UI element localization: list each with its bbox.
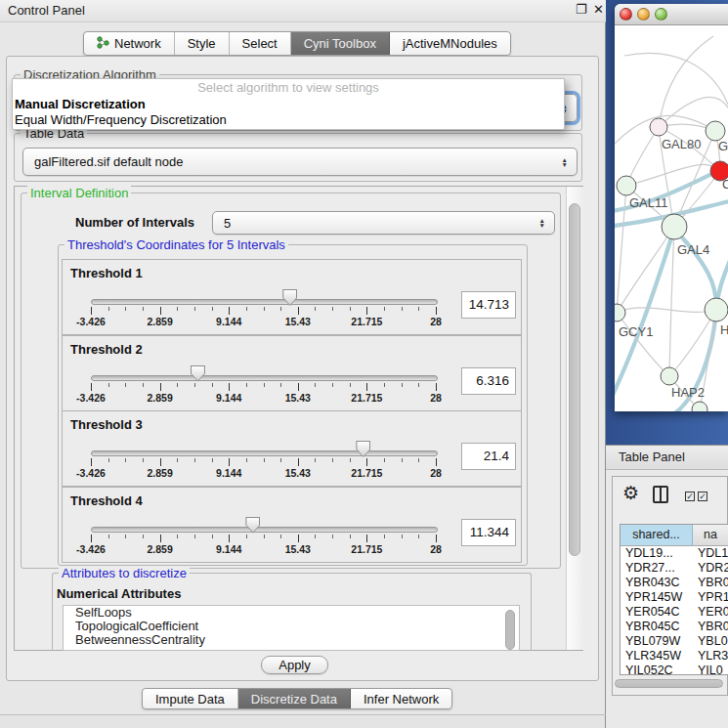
table-row[interactable]: YBR043CYBR0	[621, 576, 728, 590]
slider-tick	[143, 535, 144, 538]
threshold-value-field[interactable]: 14.713	[461, 291, 516, 319]
minimize-traffic-light-icon[interactable]	[637, 8, 650, 21]
table-row[interactable]: YPR145WYPR1	[621, 590, 728, 605]
tab-style[interactable]: Style	[175, 32, 230, 55]
node-gcy1[interactable]	[615, 304, 625, 321]
slider-tick	[298, 383, 299, 391]
zoom-traffic-light-icon[interactable]	[655, 8, 667, 21]
tab-cyni-toolbox[interactable]: Cyni Toolbox	[291, 32, 390, 55]
numerical-attributes-list[interactable]: SelfLoopsTopologicalCoefficientBetweenne…	[63, 605, 520, 651]
threshold-value-field[interactable]: 21.4	[461, 443, 516, 470]
tab-network[interactable]: Network	[84, 32, 175, 55]
slider-tick-label: 28	[411, 316, 460, 327]
slider-tick	[298, 307, 299, 315]
network-edge[interactable]	[617, 227, 674, 313]
split-columns-icon[interactable]	[653, 486, 668, 503]
table-data-value: galFiltered.sif default node	[34, 154, 183, 169]
dropdown-item-manual-discretization[interactable]: Manual Discretization	[13, 97, 564, 112]
tab-infer-network[interactable]: Infer Network	[351, 689, 451, 708]
table-row[interactable]: YBL079WYBL0	[621, 634, 728, 649]
slider-track[interactable]	[91, 299, 438, 305]
network-graph: GAL80GACGAL11GAL4GCY1HHAP2	[615, 25, 728, 411]
network-edge[interactable]	[617, 186, 626, 313]
apply-button[interactable]: Apply	[261, 656, 328, 674]
list-item-betweennesscentrality[interactable]: BetweennessCentrality	[64, 633, 519, 647]
slider-tick	[125, 458, 126, 462]
column-header-shared-name[interactable]: shared...	[621, 525, 693, 545]
slider-tick	[91, 383, 92, 391]
table-panel-titlebar: Table Panel	[606, 445, 728, 470]
horizontal-scrollbar-thumb[interactable]	[615, 679, 723, 688]
threshold-label: Threshold 3	[70, 417, 143, 432]
threshold-value-field[interactable]: 6.316	[461, 367, 516, 395]
slider-tick	[366, 307, 367, 315]
slider-tick-label: 28	[411, 543, 460, 555]
cell-shared-name: YER054C	[621, 605, 693, 620]
slider-track[interactable]	[91, 375, 438, 381]
table-row[interactable]: YIL052CYIL0	[621, 664, 728, 675]
number-of-intervals-combobox[interactable]: 5 ▲▼	[212, 211, 555, 235]
vertical-scrollbar-thumb[interactable]	[569, 203, 580, 556]
slider-tick-label: 15.43	[274, 392, 322, 404]
slider-tick	[436, 458, 437, 466]
slider-tick	[315, 458, 316, 462]
tab-label: Network	[114, 36, 161, 51]
list-scrollbar-thumb[interactable]	[505, 610, 515, 650]
node-gal4[interactable]	[662, 214, 687, 239]
network-canvas[interactable]: GAL80GACGAL11GAL4GCY1HHAP2	[615, 25, 728, 411]
cell-shared-name: YLR345W	[621, 649, 693, 664]
column-header-name[interactable]: na	[693, 525, 728, 545]
network-edge[interactable]	[674, 229, 716, 310]
tab-impute-data[interactable]: Impute Data	[143, 689, 238, 708]
node-gal80[interactable]	[650, 118, 667, 136]
algorithm-dropdown-popup: Select algorithm to view settings Manual…	[12, 78, 565, 130]
network-edge[interactable]	[659, 36, 713, 127]
table-row[interactable]: YBR045CYBR0	[621, 620, 728, 634]
node-gal11[interactable]	[617, 176, 636, 195]
table-row[interactable]: YER054CYER0	[621, 605, 728, 620]
tab-discretize-data[interactable]: Discretize Data	[238, 689, 351, 708]
slider-tick	[436, 535, 437, 542]
tab-label: jActiveMNodules	[403, 36, 497, 51]
node-bottom[interactable]	[692, 402, 707, 411]
slider-tick	[384, 535, 385, 538]
slider-tick	[160, 535, 161, 542]
tab-select[interactable]: Select	[230, 32, 291, 55]
node-ga[interactable]	[706, 121, 725, 141]
node-attribute-table[interactable]: shared... na YDL19...YDL1YDR27...YDR2YBR…	[620, 524, 728, 675]
slider-tick	[125, 535, 126, 538]
table-row[interactable]: YDL19...YDL1	[621, 546, 728, 561]
table-row[interactable]: YLR345WYLR3	[621, 649, 728, 664]
slider-track[interactable]	[91, 450, 438, 456]
close-icon[interactable]: ✕	[593, 2, 604, 17]
list-item-topologicalcoefficient[interactable]: TopologicalCoefficient	[64, 620, 519, 633]
node-label-hap2: HAP2	[671, 385, 705, 400]
float-window-icon[interactable]: ❐	[576, 2, 587, 17]
tab-label: Select	[242, 36, 278, 51]
vertical-scrollbar[interactable]	[566, 187, 583, 650]
desktop-area: GAL80GACGAL11GAL4GCY1HHAP2 Table Panel ⚙…	[606, 0, 728, 728]
table-data-group: Table Data galFiltered.sif default node …	[14, 133, 582, 182]
slider-tick	[350, 307, 351, 311]
cell-name: YBR0	[693, 620, 728, 634]
dropdown-item-equal-width-frequency[interactable]: Equal Width/Frequency Discretization	[13, 112, 564, 128]
close-traffic-light-icon[interactable]	[620, 8, 632, 21]
node-hap2[interactable]	[661, 367, 678, 385]
slider-tick-label: -3.426	[66, 543, 115, 555]
slider-tick	[280, 458, 281, 462]
slider-track[interactable]	[91, 527, 438, 533]
gear-icon[interactable]: ⚙	[622, 482, 639, 504]
checkbox-icon[interactable]: ✓	[685, 492, 695, 501]
table-data-combobox[interactable]: galFiltered.sif default node ▲▼	[22, 148, 578, 176]
tab-jactivemnodules[interactable]: jActiveMNodules	[390, 32, 510, 55]
checkbox-icon[interactable]: ✓	[698, 492, 707, 501]
network-edge[interactable]	[617, 308, 716, 313]
slider-tick-label: 15.43	[274, 543, 322, 555]
network-edge[interactable]	[669, 227, 674, 376]
table-row[interactable]: YDR27...YDR2	[621, 561, 728, 576]
table-header-row: shared... na	[621, 525, 728, 546]
threshold-value-field[interactable]: 11.344	[461, 519, 516, 546]
tab-label: Impute Data	[155, 692, 225, 707]
node-h[interactable]	[705, 298, 728, 321]
list-item-selfloops[interactable]: SelfLoops	[64, 606, 519, 620]
